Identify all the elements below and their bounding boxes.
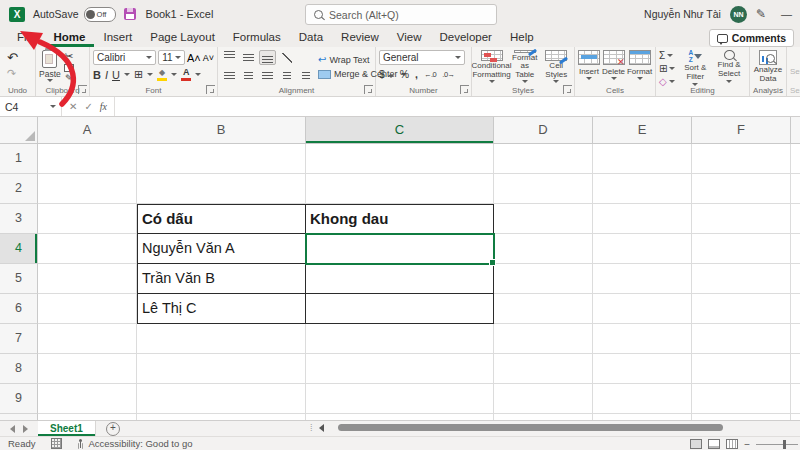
save-icon[interactable] <box>124 8 136 20</box>
cell-E1[interactable] <box>593 144 692 174</box>
cell-E6[interactable] <box>593 294 692 324</box>
cell-D5[interactable] <box>494 264 593 294</box>
cell-F4[interactable] <box>692 234 791 264</box>
cell-B4[interactable]: Nguyễn Văn A <box>137 234 306 264</box>
number-dialog-launcher-icon[interactable] <box>460 85 469 94</box>
cell-A9[interactable] <box>38 384 137 414</box>
insert-cells-button[interactable]: Insert <box>578 50 600 83</box>
row-header-8[interactable]: 8 <box>0 354 38 384</box>
align-bottom-icon[interactable] <box>259 50 276 65</box>
pen-mode-icon[interactable]: ✎ <box>756 7 766 21</box>
increase-indent-icon[interactable] <box>297 68 314 83</box>
cell-A2[interactable] <box>38 174 137 204</box>
zoom-out-button[interactable]: − <box>744 439 750 450</box>
row-header-3[interactable]: 3 <box>0 204 38 234</box>
zoom-slider-thumb[interactable] <box>783 440 786 449</box>
cell-A3[interactable] <box>38 204 137 234</box>
col-header-B[interactable]: B <box>137 117 306 144</box>
tab-data[interactable]: Data <box>290 29 332 47</box>
align-top-icon[interactable] <box>221 50 238 65</box>
tab-help[interactable]: Help <box>501 29 543 47</box>
align-center-icon[interactable] <box>240 68 257 83</box>
minimize-button[interactable]: — <box>781 8 792 20</box>
cell-C1[interactable] <box>306 144 494 174</box>
col-header-D[interactable]: D <box>494 117 593 144</box>
alignment-dialog-launcher-icon[interactable] <box>364 85 373 94</box>
cell-A1[interactable] <box>38 144 137 174</box>
col-header-E[interactable]: E <box>593 117 692 144</box>
excel-app-icon[interactable]: X <box>9 7 25 22</box>
avatar[interactable]: NN <box>730 6 747 23</box>
cell-styles-button[interactable]: Cell Styles <box>542 50 572 83</box>
cell-B8[interactable] <box>137 354 306 384</box>
redo-button[interactable]: ↷ <box>7 67 16 80</box>
cell-B9[interactable] <box>137 384 306 414</box>
col-header-A[interactable]: A <box>38 117 137 144</box>
autosave-toggle[interactable]: Off <box>84 7 116 22</box>
increase-font-size-button[interactable]: A˄ <box>187 52 201 64</box>
tab-view[interactable]: View <box>388 29 431 47</box>
styles-dialog-launcher-icon[interactable] <box>563 85 572 94</box>
scrollbar-thumb[interactable] <box>338 424 723 431</box>
row-header-2[interactable]: 2 <box>0 174 38 204</box>
cut-button[interactable]: ✂ <box>64 51 73 62</box>
name-box[interactable]: C4 <box>0 97 62 116</box>
cell-A7[interactable] <box>38 324 137 354</box>
percent-style-button[interactable]: % <box>400 68 409 80</box>
row-header-7[interactable]: 7 <box>0 324 38 354</box>
cell-C5[interactable] <box>306 264 494 294</box>
italic-button[interactable]: I <box>105 69 108 81</box>
next-sheet-icon[interactable] <box>23 425 28 433</box>
cell-A4[interactable] <box>38 234 137 264</box>
sensitivity-button[interactable]: Sensitivity <box>790 50 800 79</box>
format-as-table-button[interactable]: Format as Table <box>510 50 540 83</box>
borders-button[interactable]: ⊞ <box>134 68 143 81</box>
fill-color-button[interactable]: ◆ <box>157 69 167 81</box>
increase-decimal-button[interactable]: ←.0 <box>424 70 436 79</box>
cell-F7[interactable] <box>692 324 791 354</box>
cell-A6[interactable] <box>38 294 137 324</box>
undo-button[interactable]: ↶ <box>7 50 18 65</box>
cell-D9[interactable] <box>494 384 593 414</box>
decrease-decimal-button[interactable]: .0→ <box>442 70 454 79</box>
macro-record-icon[interactable] <box>51 438 62 449</box>
row-header-1[interactable]: 1 <box>0 144 38 174</box>
cell-E9[interactable] <box>593 384 692 414</box>
cell-E7[interactable] <box>593 324 692 354</box>
sort-filter-button[interactable]: AZ Sort & Filter <box>678 50 712 83</box>
cell-C3[interactable]: Khong dau <box>306 204 494 234</box>
tab-home[interactable]: Home <box>45 29 95 47</box>
cell-F2[interactable] <box>692 174 791 204</box>
sheet-tab-sheet1[interactable]: Sheet1 <box>38 421 96 436</box>
cell-F5[interactable] <box>692 264 791 294</box>
cell-C6[interactable] <box>306 294 494 324</box>
accounting-format-button[interactable]: $ <box>379 68 394 80</box>
cell-B1[interactable] <box>137 144 306 174</box>
underline-button[interactable]: U <box>112 69 120 81</box>
align-middle-icon[interactable] <box>240 50 257 65</box>
decrease-font-size-button[interactable]: A˅ <box>203 53 214 63</box>
tab-developer[interactable]: Developer <box>431 29 501 47</box>
col-header-F[interactable]: F <box>692 117 791 144</box>
new-sheet-button[interactable]: + <box>106 422 120 436</box>
cell-C2[interactable] <box>306 174 494 204</box>
cell-B3[interactable]: Có dấu <box>137 204 306 234</box>
find-select-button[interactable]: Find & Select <box>712 50 746 83</box>
cell-E3[interactable] <box>593 204 692 234</box>
cell-F8[interactable] <box>692 354 791 384</box>
scroll-left-icon[interactable] <box>319 424 324 432</box>
number-format-select[interactable]: General <box>379 50 465 65</box>
cell-B2[interactable] <box>137 174 306 204</box>
comments-button[interactable]: Comments <box>709 29 794 47</box>
decrease-indent-icon[interactable] <box>278 68 295 83</box>
conditional-formatting-button[interactable]: Conditional Formatting <box>475 50 508 83</box>
analyze-data-button[interactable]: Analyze Data <box>753 50 783 84</box>
cell-E4[interactable] <box>593 234 692 264</box>
cell-F3[interactable] <box>692 204 791 234</box>
cell-D8[interactable] <box>494 354 593 384</box>
cell-A8[interactable] <box>38 354 137 384</box>
cell-C8[interactable] <box>306 354 494 384</box>
page-layout-view-button[interactable] <box>708 439 720 449</box>
clipboard-dialog-launcher-icon[interactable] <box>78 85 87 94</box>
tab-review[interactable]: Review <box>332 29 388 47</box>
